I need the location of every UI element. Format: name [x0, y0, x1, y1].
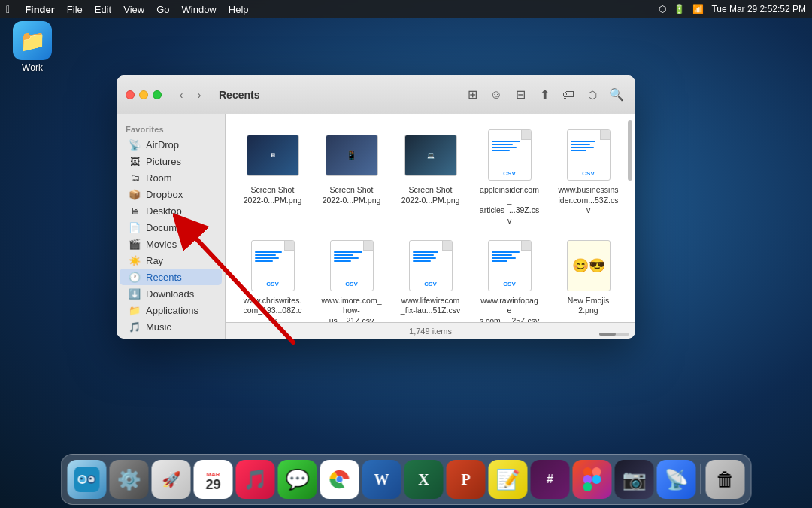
menu-battery-icon: 🔋 [674, 4, 685, 14]
file-item-csv1[interactable]: CSV appleinsider.com_ articles_...39Z.cs… [471, 123, 547, 231]
menu-window[interactable]: Window [182, 4, 217, 15]
menu-file[interactable]: File [67, 4, 83, 15]
sidebar-item-airdrop[interactable]: 📡 AirDrop [120, 136, 222, 153]
window-titlebar: ‹ › Recents ⊞ ☺ ⊟ ⬆ 🏷 ⬡ 🔍 [117, 75, 635, 114]
share-button[interactable]: ⬆ [535, 85, 554, 105]
file-name-csv5: www.lifewirecom _fix-lau...51Z.csv [401, 296, 461, 316]
dropbox-button[interactable]: ⬡ [583, 85, 602, 105]
dock-item-messages[interactable]: 💬 [278, 460, 317, 499]
sidebar-label-airdrop: AirDrop [146, 139, 179, 151]
finder-scrollbar[interactable] [628, 114, 632, 322]
downloads-icon: ⬇️ [129, 287, 141, 300]
room-icon: 🗂 [129, 172, 141, 184]
menu-edit[interactable]: Edit [95, 4, 111, 15]
file-item-screenshot3[interactable]: 💻 Screen Shot 2022-0...PM.png [392, 123, 468, 231]
dock-item-trash[interactable]: 🗑 [706, 460, 745, 499]
close-button[interactable] [126, 90, 135, 99]
dock-item-screenium[interactable]: 📷 [615, 460, 654, 499]
apple-menu[interactable]:  [6, 3, 10, 15]
file-name-screenshot2: Screen Shot 2022-0...PM.png [322, 185, 382, 205]
item-count: 1,749 items [409, 327, 452, 336]
file-name-emoji: New Emojis 2.png [559, 296, 619, 316]
music-icon: 🎵 [129, 321, 141, 333]
sidebar-label-dropbox: Dropbox [146, 189, 183, 200]
sidebar-label-ray: Ray [146, 255, 163, 266]
file-item-csv6[interactable]: CSV www.rawinfopage s.com_...25Z.csv [471, 234, 547, 322]
menu-go[interactable]: Go [156, 4, 169, 15]
sidebar-label-movies: Movies [146, 239, 177, 250]
file-item-screenshot2[interactable]: 📱 Screen Shot 2022-0...PM.png [314, 123, 389, 231]
sidebar-item-movies[interactable]: 🎬 Movies [120, 236, 222, 252]
sidebar-item-pictures[interactable]: 🖼 Pictures [120, 153, 222, 169]
back-button[interactable]: ‹ [174, 87, 189, 102]
fullscreen-button[interactable] [153, 90, 162, 99]
file-item-csv4[interactable]: CSV www.imore.com_how-us....21Z.csv [314, 234, 389, 322]
dock-item-launchpad[interactable]: 🚀 [152, 460, 191, 499]
sidebar-label-pictures: Pictures [146, 156, 181, 167]
svg-rect-16 [583, 482, 592, 491]
sidebar-item-dropbox[interactable]: 📦 Dropbox [120, 186, 222, 202]
sidebar-item-downloads[interactable]: ⬇️ Downloads [120, 285, 222, 302]
movies-icon: 🎬 [129, 238, 141, 250]
finder-window: ‹ › Recents ⊞ ☺ ⊟ ⬆ 🏷 ⬡ 🔍 Favorites 📡 Ai… [117, 75, 635, 339]
menu-clock: Tue Mar 29 2:52:52 PM [711, 4, 806, 14]
file-name-csv4: www.imore.com_how-us....21Z.csv [322, 296, 382, 322]
scrollbar-track [628, 120, 632, 328]
menu-dropbox-icon: ⬡ [659, 4, 666, 14]
dock-item-powerpoint[interactable]: P [447, 460, 486, 499]
dock-item-figma[interactable] [573, 460, 612, 499]
ray-icon: ☀️ [129, 254, 141, 266]
file-item-csv3[interactable]: CSV www.chriswrites.com_193...08Z.csv [235, 234, 311, 322]
dock-item-word[interactable]: W [362, 460, 401, 499]
search-button[interactable]: 🔍 [607, 85, 626, 105]
dock-item-slack[interactable]: # [531, 460, 570, 499]
sidebar-label-documents: Documents [146, 222, 195, 233]
desktop-icon-work[interactable]: 📁 Work [6, 21, 59, 73]
scrollbar-thumb[interactable] [628, 120, 632, 181]
dock: ⚙️ 🚀 MAR 29 🎵 💬 W X P 📝 # 📷 📡 🗑 [61, 454, 752, 505]
file-name-screenshot3: Screen Shot 2022-0...PM.png [401, 185, 461, 205]
menubar:  Finder File Edit View Go Window Help ⬡… [0, 0, 812, 18]
dock-item-calendar[interactable]: MAR 29 [194, 460, 233, 499]
sidebar-item-ray[interactable]: ☀️ Ray [120, 252, 222, 269]
work-folder-icon: 📁 [13, 21, 52, 60]
sidebar-label-applications: Applications [146, 305, 198, 316]
file-name-csv6: www.rawinfopage s.com_...25Z.csv [480, 296, 540, 322]
dock-item-settings[interactable]: ⚙️ [110, 460, 149, 499]
traffic-lights [126, 90, 162, 99]
status-bar: 1,749 items [226, 322, 635, 339]
applications-icon: 📁 [129, 304, 141, 316]
file-item-csv5[interactable]: CSV www.lifewirecom _fix-lau...51Z.csv [392, 234, 468, 322]
dock-separator [701, 464, 701, 494]
sidebar-label-desktop: Desktop [146, 205, 182, 217]
menu-help[interactable]: Help [229, 4, 249, 15]
file-item-screenshot1[interactable]: 🖥 Screen Shot 2022-0...PM.png [235, 123, 311, 231]
minimize-button[interactable] [139, 90, 148, 99]
work-folder-label: Work [22, 62, 43, 73]
sidebar-label-room: Room [146, 172, 172, 184]
view-icon-button[interactable]: ⊞ [462, 85, 482, 105]
file-item-csv2[interactable]: CSV www.businessinsider.com...53Z.csv [550, 123, 626, 231]
sidebar-item-music[interactable]: 🎵 Music [120, 318, 222, 335]
dock-item-excel[interactable]: X [404, 460, 444, 499]
tag-button[interactable]: 🏷 [559, 85, 578, 105]
dock-item-notes[interactable]: 📝 [489, 460, 528, 499]
forward-button[interactable]: › [192, 87, 207, 102]
sort-button[interactable]: ☺ [486, 85, 506, 105]
menu-view[interactable]: View [123, 4, 144, 15]
sidebar-item-desktop[interactable]: 🖥 Desktop [120, 202, 222, 219]
group-button[interactable]: ⊟ [511, 85, 530, 105]
sidebar-favorites-header: Favorites [117, 120, 225, 136]
sidebar: Favorites 📡 AirDrop 🖼 Pictures 🗂 Room 📦 … [117, 114, 226, 339]
file-item-emoji[interactable]: 😊😎 New Emojis 2.png [550, 234, 626, 322]
dock-item-airdrop-util[interactable]: 📡 [657, 460, 696, 499]
dock-item-chrome[interactable] [320, 460, 359, 499]
sidebar-item-applications[interactable]: 📁 Applications [120, 302, 222, 318]
app-name[interactable]: Finder [25, 4, 55, 15]
sidebar-item-documents[interactable]: 📄 Documents [120, 219, 222, 236]
dock-item-music[interactable]: 🎵 [236, 460, 275, 499]
sidebar-item-recents[interactable]: 🕐 Recents [120, 269, 222, 285]
dock-item-finder[interactable] [68, 460, 107, 499]
svg-point-15 [592, 475, 601, 484]
sidebar-item-room[interactable]: 🗂 Room [120, 169, 222, 186]
